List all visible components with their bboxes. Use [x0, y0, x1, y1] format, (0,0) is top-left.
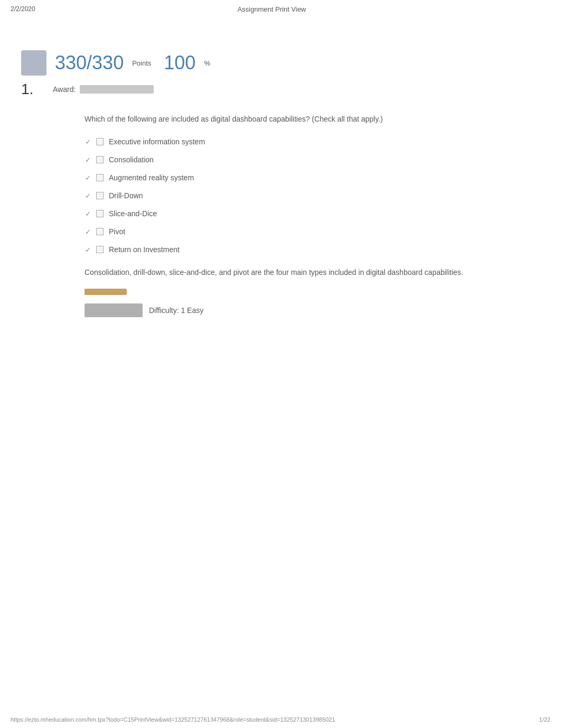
- check-box-5: [96, 210, 104, 217]
- check-mark-1: ✓: [85, 138, 91, 146]
- answer-text-5: Slice-and-Dice: [109, 209, 157, 218]
- answer-text-7: Return on Investment: [109, 245, 180, 254]
- award-row: Award:: [53, 85, 154, 94]
- score-percent-sign: %: [204, 59, 210, 67]
- award-label: Award:: [53, 85, 76, 94]
- answer-item: ✓ Return on Investment: [85, 245, 540, 254]
- check-box-3: [96, 174, 104, 181]
- question-body: Which of the following are included as d…: [85, 114, 540, 317]
- score-section: 330/330 Points 100 %: [21, 50, 540, 76]
- footer-page: 1/22: [539, 716, 550, 723]
- reference-bar-top: [85, 289, 127, 295]
- answer-list: ✓ Executive information system ✓ Consoli…: [85, 137, 540, 254]
- main-content: 330/330 Points 100 % 1. Award: Which of …: [0, 19, 561, 338]
- check-box-6: [96, 228, 104, 235]
- page-date: 2/2/2020: [11, 5, 35, 13]
- check-box-4: [96, 192, 104, 199]
- check-box-2: [96, 156, 104, 163]
- difficulty-row: Difficulty: 1 Easy: [85, 303, 540, 317]
- page-title: Assignment Print View: [237, 5, 306, 13]
- award-value-bar: [80, 85, 154, 94]
- reference-section: Difficulty: 1 Easy: [85, 289, 540, 317]
- answer-text-4: Drill-Down: [109, 191, 143, 200]
- question-number-row: 1. Award:: [21, 81, 540, 98]
- reference-bar-bottom: [85, 303, 143, 317]
- answer-item: ✓ Drill-Down: [85, 191, 540, 200]
- check-box-1: [96, 138, 104, 145]
- score-earned: 330/330: [55, 52, 124, 74]
- explanation-text: Consolidation, drill-down, slice-and-dic…: [85, 266, 540, 278]
- answer-item: ✓ Pivot: [85, 227, 540, 236]
- difficulty-text: Difficulty: 1 Easy: [149, 306, 203, 315]
- answer-item: ✓ Slice-and-Dice: [85, 209, 540, 218]
- check-mark-7: ✓: [85, 246, 91, 254]
- answer-item: ✓ Augmented reality system: [85, 173, 540, 182]
- check-mark-6: ✓: [85, 228, 91, 236]
- score-percent-value: 100: [164, 52, 195, 74]
- check-box-7: [96, 246, 104, 253]
- answer-item: ✓ Consolidation: [85, 155, 540, 164]
- answer-text-3: Augmented reality system: [109, 173, 194, 182]
- answer-text-1: Executive information system: [109, 137, 205, 146]
- answer-text-2: Consolidation: [109, 155, 154, 164]
- footer-url: https://ezto.mheducation.com/hm.tpx?todo…: [11, 716, 335, 723]
- page-header: 2/2/2020 Assignment Print View: [0, 0, 561, 19]
- question-text: Which of the following are included as d…: [85, 114, 540, 125]
- score-points-label: Points: [132, 59, 151, 67]
- answer-text-6: Pivot: [109, 227, 125, 236]
- page-footer: https://ezto.mheducation.com/hm.tpx?todo…: [0, 716, 561, 723]
- check-mark-3: ✓: [85, 174, 91, 182]
- answer-item: ✓ Executive information system: [85, 137, 540, 146]
- check-mark-2: ✓: [85, 156, 91, 164]
- check-mark-4: ✓: [85, 192, 91, 200]
- check-mark-5: ✓: [85, 210, 91, 218]
- question-number: 1.: [21, 81, 42, 98]
- score-avatar: [21, 50, 46, 76]
